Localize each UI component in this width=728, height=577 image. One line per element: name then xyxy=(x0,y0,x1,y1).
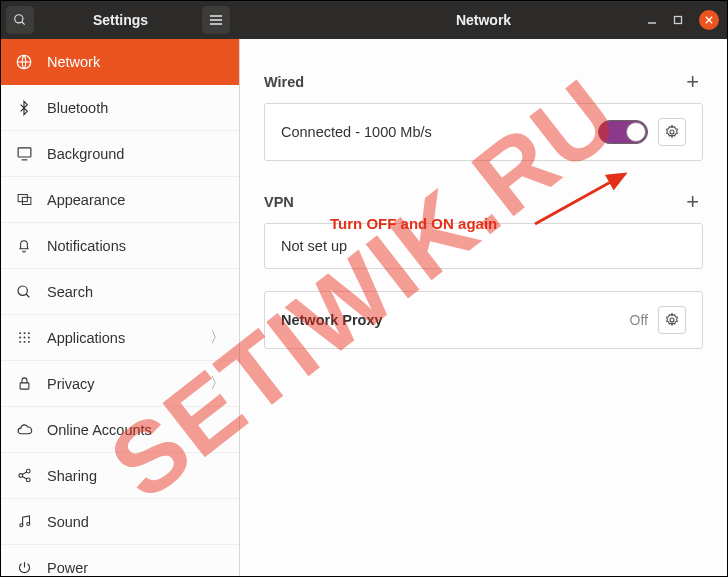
svg-point-20 xyxy=(23,337,25,339)
sidebar-item-sharing[interactable]: Sharing xyxy=(1,453,239,499)
window-controls xyxy=(647,10,719,30)
wired-section-head: Wired + xyxy=(264,69,703,95)
proxy-panel: Network Proxy Off xyxy=(264,291,703,349)
page-title: Network xyxy=(456,12,511,28)
vpn-section-head: VPN + xyxy=(264,189,703,215)
sidebar: Network Bluetooth Background Appearance … xyxy=(1,39,240,576)
wired-status: Connected - 1000 Mb/s xyxy=(281,124,432,140)
svg-line-15 xyxy=(26,294,29,297)
sidebar-item-sound[interactable]: Sound xyxy=(1,499,239,545)
svg-point-21 xyxy=(27,337,29,339)
sidebar-item-label: Appearance xyxy=(47,192,125,208)
svg-point-34 xyxy=(670,318,674,322)
sidebar-item-online-accounts[interactable]: Online Accounts xyxy=(1,407,239,453)
svg-point-17 xyxy=(23,332,25,334)
svg-line-30 xyxy=(22,476,26,479)
vpn-row: Not set up xyxy=(265,224,702,268)
maximize-icon xyxy=(673,15,683,25)
svg-point-19 xyxy=(19,337,21,339)
vpn-title: VPN xyxy=(264,194,294,210)
share-icon xyxy=(15,468,33,483)
wired-title: Wired xyxy=(264,74,304,90)
svg-rect-10 xyxy=(18,148,31,157)
wired-panel: Connected - 1000 Mb/s xyxy=(264,103,703,161)
svg-point-32 xyxy=(26,522,29,525)
sidebar-item-search[interactable]: Search xyxy=(1,269,239,315)
sidebar-item-power[interactable]: Power xyxy=(1,545,239,577)
maximize-button[interactable] xyxy=(673,11,683,29)
bluetooth-icon xyxy=(15,100,33,116)
sidebar-item-label: Search xyxy=(47,284,93,300)
minimize-button[interactable] xyxy=(647,11,657,29)
vpn-status: Not set up xyxy=(281,238,347,254)
svg-point-33 xyxy=(670,130,674,134)
search-icon xyxy=(15,284,33,300)
wired-row: Connected - 1000 Mb/s xyxy=(265,104,702,160)
sidebar-item-label: Sound xyxy=(47,514,89,530)
svg-point-26 xyxy=(26,469,30,473)
close-icon xyxy=(705,16,713,24)
sidebar-item-label: Sharing xyxy=(47,468,97,484)
chevron-right-icon: 〉 xyxy=(210,328,225,347)
svg-rect-25 xyxy=(20,383,29,389)
svg-point-16 xyxy=(19,332,21,334)
svg-line-1 xyxy=(22,22,25,25)
sidebar-item-bluetooth[interactable]: Bluetooth xyxy=(1,85,239,131)
appearance-icon xyxy=(15,191,33,208)
chevron-right-icon: 〉 xyxy=(210,374,225,393)
svg-point-27 xyxy=(18,474,22,478)
proxy-row[interactable]: Network Proxy Off xyxy=(265,292,702,348)
content-area: Wired + Connected - 1000 Mb/s VPN + xyxy=(240,39,727,576)
close-button[interactable] xyxy=(699,10,719,30)
bell-icon xyxy=(15,238,33,254)
wired-toggle[interactable] xyxy=(598,120,648,144)
search-icon xyxy=(13,13,27,27)
svg-point-31 xyxy=(19,524,22,527)
display-icon xyxy=(15,145,33,162)
hamburger-button[interactable] xyxy=(202,6,230,34)
sidebar-item-background[interactable]: Background xyxy=(1,131,239,177)
body-area: Network Bluetooth Background Appearance … xyxy=(1,39,727,576)
svg-rect-13 xyxy=(22,197,31,204)
proxy-title: Network Proxy xyxy=(281,312,383,328)
wired-add-button[interactable]: + xyxy=(682,69,703,95)
cloud-icon xyxy=(15,421,33,438)
svg-line-29 xyxy=(22,472,26,475)
grid-icon xyxy=(15,330,33,345)
header-right: Network xyxy=(240,1,727,39)
search-button[interactable] xyxy=(6,6,34,34)
svg-point-18 xyxy=(27,332,29,334)
lock-icon xyxy=(15,376,33,391)
svg-point-24 xyxy=(27,341,29,343)
sidebar-item-label: Network xyxy=(47,54,100,70)
sidebar-item-applications[interactable]: Applications 〉 xyxy=(1,315,239,361)
svg-point-28 xyxy=(26,478,30,482)
gear-icon xyxy=(664,312,680,328)
svg-point-23 xyxy=(23,341,25,343)
sidebar-item-label: Online Accounts xyxy=(47,422,152,438)
header-left: Settings xyxy=(1,1,240,39)
vpn-add-button[interactable]: + xyxy=(682,189,703,215)
sidebar-item-label: Privacy xyxy=(47,376,95,392)
settings-title: Settings xyxy=(93,12,148,28)
sidebar-item-appearance[interactable]: Appearance xyxy=(1,177,239,223)
svg-point-22 xyxy=(19,341,21,343)
sidebar-item-notifications[interactable]: Notifications xyxy=(1,223,239,269)
proxy-status: Off xyxy=(630,312,648,328)
sidebar-item-label: Notifications xyxy=(47,238,126,254)
sidebar-item-label: Applications xyxy=(47,330,125,346)
minimize-icon xyxy=(647,15,657,25)
globe-icon xyxy=(15,53,33,71)
toggle-knob xyxy=(626,122,646,142)
svg-rect-6 xyxy=(675,17,682,24)
svg-point-14 xyxy=(18,286,27,295)
vpn-panel: Not set up xyxy=(264,223,703,269)
sidebar-item-label: Power xyxy=(47,560,88,576)
wired-settings-button[interactable] xyxy=(658,118,686,146)
svg-point-0 xyxy=(15,15,23,23)
proxy-settings-button[interactable] xyxy=(658,306,686,334)
sidebar-item-network[interactable]: Network xyxy=(1,39,239,85)
sidebar-item-privacy[interactable]: Privacy 〉 xyxy=(1,361,239,407)
sidebar-item-label: Background xyxy=(47,146,124,162)
header-bar: Settings Network xyxy=(1,1,727,39)
